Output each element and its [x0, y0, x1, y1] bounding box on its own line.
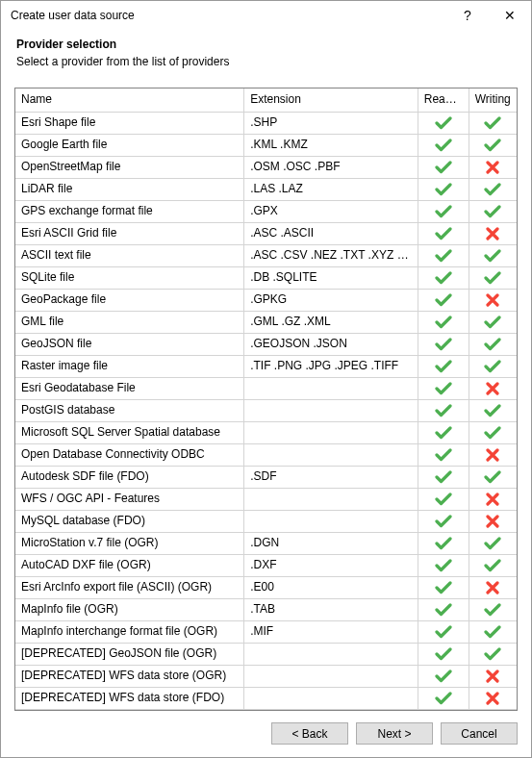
- provider-name: WFS / OGC API - Features: [15, 488, 244, 510]
- provider-name: GeoPackage file: [15, 289, 244, 311]
- check-icon: [435, 182, 452, 195]
- provider-name: MySQL database (FDO): [15, 510, 244, 532]
- cross-icon: [486, 580, 499, 594]
- provider-extension: [244, 665, 418, 687]
- provider-reading: [418, 156, 469, 178]
- provider-reading: [418, 598, 469, 620]
- table-row[interactable]: AutoCAD DXF file (OGR).DXF: [15, 554, 517, 576]
- check-icon: [435, 514, 452, 527]
- table-row[interactable]: Google Earth file.KML .KMZ: [15, 134, 517, 156]
- provider-reading: [418, 687, 469, 709]
- cross-icon: [486, 691, 499, 704]
- table-row[interactable]: Esri ASCII Grid file.ASC .ASCII: [15, 222, 517, 244]
- table-row[interactable]: GeoPackage file.GPKG: [15, 289, 517, 311]
- provider-name: Esri ArcInfo export file (ASCII) (OGR): [15, 576, 244, 598]
- table-row[interactable]: Open Database Connectivity ODBC: [15, 443, 517, 466]
- check-icon: [435, 425, 452, 439]
- table-row[interactable]: MapInfo interchange format file (OGR).MI…: [15, 620, 517, 643]
- check-icon: [484, 115, 501, 129]
- provider-writing: [469, 266, 517, 289]
- provider-name: Autodesk SDF file (FDO): [15, 466, 244, 488]
- provider-reading: [418, 289, 469, 311]
- provider-extension: [244, 510, 418, 532]
- provider-writing: [469, 134, 517, 156]
- provider-writing: [469, 665, 517, 687]
- table-row[interactable]: Raster image file.TIF .PNG .JPG .JPEG .T…: [15, 355, 517, 377]
- cross-icon: [486, 447, 499, 461]
- check-icon: [484, 646, 501, 660]
- provider-writing: [469, 178, 517, 200]
- check-icon: [484, 425, 501, 439]
- check-icon: [484, 624, 501, 638]
- check-icon: [484, 337, 501, 350]
- dialog-window: Create user data source ? ✕ Provider sel…: [0, 0, 532, 758]
- provider-writing: [469, 112, 517, 134]
- next-button[interactable]: Next >: [356, 722, 433, 745]
- table-row[interactable]: GPS exchange format file.GPX: [15, 200, 517, 222]
- table-row[interactable]: GML file.GML .GZ .XML: [15, 311, 517, 333]
- table-row[interactable]: Esri Shape file.SHP: [15, 112, 517, 134]
- provider-extension: .LAS .LAZ: [244, 178, 418, 200]
- providers-table-scroll[interactable]: Name Extension Reading Writing Esri Shap…: [15, 88, 517, 710]
- provider-extension: .E00: [244, 576, 418, 598]
- check-icon: [435, 691, 452, 704]
- table-row[interactable]: [DEPRECATED] WFS data store (OGR): [15, 665, 517, 687]
- table-row[interactable]: MicroStation v.7 file (OGR).DGN: [15, 532, 517, 554]
- table-row[interactable]: [DEPRECATED] GeoJSON file (OGR): [15, 643, 517, 665]
- provider-writing: [469, 311, 517, 333]
- check-icon: [435, 669, 452, 682]
- table-row[interactable]: MapInfo file (OGR).TAB: [15, 598, 517, 620]
- table-row[interactable]: SQLite file.DB .SQLITE: [15, 266, 517, 289]
- provider-writing: [469, 576, 517, 598]
- provider-reading: [418, 266, 469, 289]
- provider-name: SQLite file: [15, 266, 244, 289]
- table-row[interactable]: [DEPRECATED] WFS data store (FDO): [15, 687, 517, 709]
- table-row[interactable]: Esri ArcInfo export file (ASCII) (OGR).E…: [15, 576, 517, 598]
- table-row[interactable]: LiDAR file.LAS .LAZ: [15, 178, 517, 200]
- table-row[interactable]: Autodesk SDF file (FDO).SDF: [15, 466, 517, 488]
- help-icon: ?: [464, 8, 471, 23]
- provider-name: MicroStation v.7 file (OGR): [15, 532, 244, 554]
- help-button[interactable]: ?: [446, 1, 489, 30]
- provider-name: MapInfo file (OGR): [15, 598, 244, 620]
- close-button[interactable]: ✕: [489, 1, 531, 30]
- provider-writing: [469, 643, 517, 665]
- check-icon: [435, 580, 452, 594]
- col-header-reading[interactable]: Reading: [418, 88, 469, 112]
- table-row[interactable]: Microsoft SQL Server Spatial database: [15, 421, 517, 443]
- cross-icon: [486, 381, 499, 394]
- page-subtitle: Select a provider from the list of provi…: [16, 53, 516, 68]
- check-icon: [484, 403, 501, 417]
- table-row[interactable]: OpenStreetMap file.OSM .OSC .PBF: [15, 156, 517, 178]
- provider-writing: [469, 466, 517, 488]
- table-row[interactable]: WFS / OGC API - Features: [15, 488, 517, 510]
- provider-reading: [418, 112, 469, 134]
- cancel-button[interactable]: Cancel: [441, 722, 518, 745]
- table-row[interactable]: GeoJSON file.GEOJSON .JSON: [15, 333, 517, 355]
- table-row[interactable]: Esri Geodatabase File: [15, 377, 517, 399]
- provider-name: [DEPRECATED] WFS data store (FDO): [15, 687, 244, 709]
- provider-name: Esri ASCII Grid file: [15, 222, 244, 244]
- provider-name: GML file: [15, 311, 244, 333]
- table-row[interactable]: MySQL database (FDO): [15, 510, 517, 532]
- close-icon: ✕: [504, 8, 516, 23]
- check-icon: [435, 315, 452, 328]
- provider-reading: [418, 178, 469, 200]
- table-row[interactable]: PostGIS database: [15, 399, 517, 421]
- back-button[interactable]: < Back: [271, 722, 348, 745]
- provider-reading: [418, 355, 469, 377]
- col-header-extension[interactable]: Extension: [244, 88, 418, 112]
- provider-reading: [418, 421, 469, 443]
- provider-writing: [469, 598, 517, 620]
- check-icon: [435, 403, 452, 417]
- provider-reading: [418, 443, 469, 466]
- check-icon: [435, 270, 452, 284]
- check-icon: [484, 270, 501, 284]
- provider-writing: [469, 222, 517, 244]
- provider-extension: .GEOJSON .JSON: [244, 333, 418, 355]
- table-row[interactable]: ASCII text file.ASC .CSV .NEZ .TXT .XYZ …: [15, 244, 517, 266]
- col-header-writing[interactable]: Writing: [469, 88, 517, 112]
- provider-reading: [418, 466, 469, 488]
- provider-reading: [418, 643, 469, 665]
- col-header-name[interactable]: Name: [15, 88, 244, 112]
